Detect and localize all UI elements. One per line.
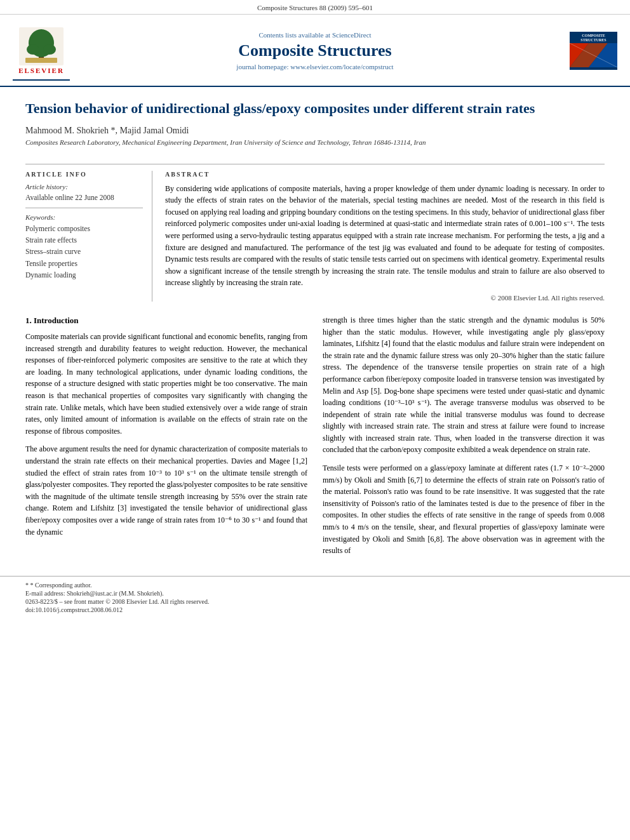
elsevier-brand-text: ELSEVIER [18,67,64,74]
journal-homepage: journal homepage: www.elsevier.com/locat… [70,63,560,70]
divider [25,208,143,208]
copyright: © 2008 Elsevier Ltd. All rights reserved… [165,294,605,302]
journal-title: Composite Structures [70,41,560,60]
footnote-star: * * Corresponding author. [25,582,605,589]
affiliation: Composites Research Laboratory, Mechanic… [25,138,605,146]
issn-line: 0263-8223/$ – see front matter © 2008 El… [25,598,605,605]
page-footer: * * Corresponding author. E-mail address… [0,576,630,618]
available-online: Available online 22 June 2008 [25,192,143,203]
composite-structures-logo: COMPOSITESTRUCTURES [570,32,617,70]
footnote-star-symbol: * [25,582,30,589]
composite-logo-text: COMPOSITESTRUCTURES [570,32,617,43]
corresponding-author-label: * Corresponding author. [30,582,92,589]
sciencedirect-text: Contents lists available at ScienceDirec… [70,31,560,39]
keyword-5: Dynamic loading [25,269,143,281]
svg-point-3 [27,44,39,55]
intro-para2: The above argument results the need for … [25,443,307,538]
svg-point-4 [43,44,56,55]
abstract-column: ABSTRACT By considering wide application… [165,171,605,302]
keyword-4: Tensile properties [25,258,143,269]
article-title-section: Tension behavior of unidirectional glass… [25,87,605,159]
abstract-text: By considering wide applications of comp… [165,183,605,289]
body-left-column: 1. Introduction Composite materials can … [25,314,307,563]
article-info-column: ARTICLE INFO Article history: Available … [25,171,152,302]
section1-heading: 1. Introduction [25,314,307,327]
journal-header: ELSEVIER Contents lists available at Sci… [0,15,630,87]
citation-bar: Composite Structures 88 (2009) 595–601 [0,0,630,15]
history-label: Article history: [25,183,143,190]
composite-logo-graphic [570,43,617,67]
elsevier-tree-icon [19,27,64,65]
email-line: E-mail address: Shokrieh@iust.ac.ir (M.M… [25,590,605,597]
right-para1: strength is three times higher than the … [323,314,605,456]
doi-line: doi:10.1016/j.compstruct.2008.06.012 [25,606,605,613]
composite-logo-container: COMPOSITESTRUCTURES [560,32,617,70]
main-content: Tension behavior of unidirectional glass… [0,87,630,576]
right-para2: Tensile tests were performed on a glass/… [323,462,605,557]
abstract-label: ABSTRACT [165,171,605,178]
keyword-3: Stress–strain curve [25,246,143,257]
svg-rect-5 [25,58,57,63]
article-info-abstract-section: ARTICLE INFO Article history: Available … [25,164,605,302]
keyword-2: Strain rate effects [25,234,143,246]
citation-text: Composite Structures 88 (2009) 595–601 [257,4,373,11]
keyword-1: Polymeric composites [25,223,143,234]
email-label: E-mail address: [25,590,65,597]
authors: Mahmood M. Shokrieh *, Majid Jamal Omidi [25,126,605,136]
intro-para1: Composite materials can provide signific… [25,331,307,437]
keywords-label: Keywords: [25,213,143,221]
body-right-column: strength is three times higher than the … [323,314,605,563]
elsevier-logo: ELSEVIER [13,21,70,81]
keywords-list: Polymeric composites Strain rate effects… [25,223,143,281]
article-title: Tension behavior of unidirectional glass… [25,100,605,118]
article-info-label: ARTICLE INFO [25,171,143,178]
email-value: Shokrieh@iust.ac.ir (M.M. Shokrieh). [67,590,164,597]
journal-center: Contents lists available at ScienceDirec… [70,31,560,70]
body-content: 1. Introduction Composite materials can … [25,314,605,576]
